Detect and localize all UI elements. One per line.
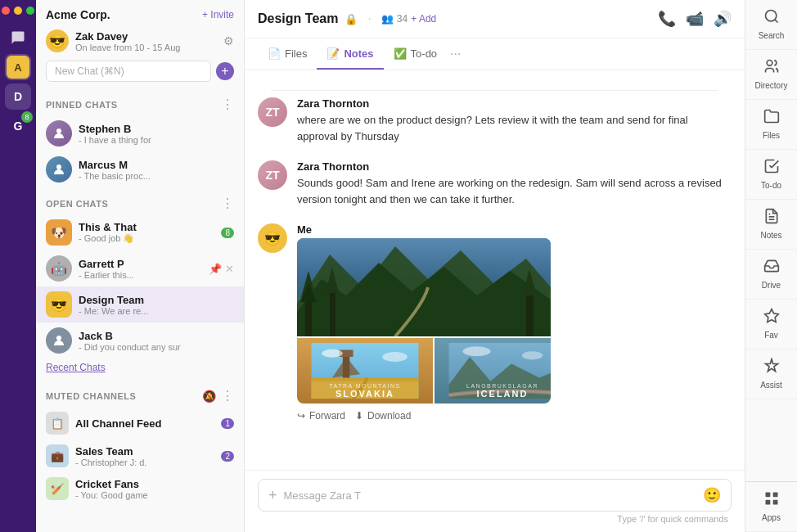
recent-chats-link[interactable]: Recent Chats — [36, 358, 244, 380]
close-icon[interactable]: ✕ — [225, 263, 234, 275]
message-input[interactable] — [284, 489, 696, 502]
stephen-name: Stephen B — [79, 123, 234, 135]
garrett-info: Garrett P - Earlier this... — [79, 258, 202, 280]
right-rail-search[interactable]: Search — [745, 0, 797, 50]
chat-tabs: 📄 Files 📝 Notes ✅ To-do ··· — [245, 38, 745, 70]
right-apps-label: Apps — [762, 513, 781, 523]
pinned-more-icon[interactable]: ⋮ — [221, 97, 234, 112]
svg-marker-30 — [764, 309, 778, 322]
settings-icon[interactable]: ⚙ — [223, 34, 234, 47]
tab-more-icon[interactable]: ··· — [447, 38, 464, 70]
download-button[interactable]: ⬇ Download — [355, 410, 411, 422]
right-rail-apps[interactable]: Apps — [745, 481, 797, 532]
member-count: 👥 34 + Add — [381, 13, 436, 25]
svg-point-24 — [522, 351, 543, 359]
forward-button[interactable]: ↪ Forward — [297, 410, 345, 422]
muted-cricket[interactable]: 🏏 Cricket Fans - You: Good game — [36, 472, 244, 505]
right-directory-icon — [763, 58, 780, 79]
open-more-icon[interactable]: ⋮ — [221, 196, 234, 211]
svg-rect-9 — [330, 291, 335, 336]
maximize-dot[interactable] — [26, 7, 34, 15]
message-divider — [271, 90, 718, 91]
design-team-preview: - Me: We are re... — [79, 306, 234, 316]
this-that-preview: - Good job 👋 — [79, 233, 214, 244]
right-rail-fav[interactable]: Fav — [745, 300, 797, 349]
files-label: Files — [285, 47, 307, 60]
right-rail-directory[interactable]: Directory — [745, 50, 797, 100]
notes-label: Notes — [344, 47, 373, 60]
rail-user-icon[interactable]: A — [5, 54, 31, 80]
msg-3-content: Me — [297, 223, 732, 422]
open-chat-garrett[interactable]: 🤖 Garrett P - Earlier this... 📌 ✕ — [36, 250, 244, 286]
muted-settings-icon[interactable]: 🔕 — [202, 390, 216, 403]
tab-notes[interactable]: 📝 Notes — [317, 39, 383, 70]
rail-g-icon[interactable]: G 8 — [5, 113, 31, 139]
volume-icon[interactable]: 🔊 — [714, 10, 732, 28]
chat-header: Design Team 🔒 · 👥 34 + Add 📞 📹 🔊 — [245, 0, 745, 38]
right-search-icon — [763, 8, 780, 29]
svg-rect-17 — [343, 354, 350, 378]
new-chat-button[interactable]: + — [216, 62, 234, 80]
this-that-name: This & That — [79, 221, 214, 233]
pinned-chat-marcus[interactable]: Marcus M - The basic proc... — [36, 151, 244, 187]
design-team-name: Design Team — [79, 294, 234, 306]
this-that-avatar: 🐶 — [46, 219, 72, 246]
right-assist-label: Assist — [760, 381, 782, 390]
pinned-chat-stephen[interactable]: Stephen B - I have a thing for — [36, 115, 244, 151]
slovakia-card: TATRA MOUNTAINS SLOVAKIA — [297, 338, 433, 404]
muted-sales-team[interactable]: 💼 Sales Team - Christopher J: d. 2 — [36, 440, 244, 472]
all-channel-badge: 1 — [221, 418, 234, 429]
tab-files[interactable]: 📄 Files — [258, 39, 317, 70]
all-channel-icon: 📋 — [46, 412, 69, 435]
open-chat-jack[interactable]: Jack B - Did you conduct any sur — [36, 322, 244, 358]
garrett-preview: - Earlier this... — [79, 270, 202, 280]
all-channel-name: All Channel Feed — [75, 417, 214, 430]
open-chat-design-team[interactable]: 😎 Design Team - Me: We are re... — [36, 286, 244, 322]
rail-d-icon[interactable]: D — [5, 83, 31, 110]
attach-icon[interactable]: + — [268, 487, 277, 504]
stephen-preview: - I have a thing for — [79, 135, 234, 145]
close-dot[interactable] — [2, 7, 10, 15]
pin-icon[interactable]: 📌 — [209, 263, 222, 275]
rail-chat-icon[interactable] — [5, 25, 31, 51]
sidebar-content: PINNED CHATS ⋮ Stephen B - I have a thin… — [36, 88, 244, 532]
right-todo-label: To-do — [761, 181, 781, 191]
garrett-actions: 📌 ✕ — [209, 263, 234, 275]
right-rail-todo[interactable]: To-do — [745, 150, 797, 200]
svg-point-1 — [56, 165, 61, 169]
app-title: Acme Corp. — [46, 8, 110, 21]
search-input[interactable] — [46, 61, 211, 82]
right-rail-files[interactable]: Files — [745, 100, 797, 150]
right-directory-label: Directory — [754, 81, 787, 91]
right-rail-notes[interactable]: Notes — [745, 200, 797, 250]
msg-3-sender: Me — [297, 223, 732, 236]
slovakia-country: TATRA MOUNTAINS — [297, 383, 433, 389]
phone-icon[interactable]: 📞 — [658, 10, 676, 28]
marcus-preview: - The basic proc... — [79, 171, 234, 181]
muted-all-channel[interactable]: 📋 All Channel Feed 1 — [36, 407, 244, 440]
right-drive-icon — [763, 258, 780, 278]
sales-icon: 💼 — [46, 444, 69, 467]
msg-2-sender: Zara Thornton — [297, 160, 732, 173]
right-rail-drive[interactable]: Drive — [745, 250, 797, 300]
video-icon[interactable]: 📹 — [686, 10, 704, 28]
right-rail-assist[interactable]: Assist — [745, 349, 797, 399]
svg-point-23 — [463, 346, 491, 356]
right-assist-icon — [763, 358, 780, 378]
right-drive-label: Drive — [762, 281, 781, 291]
invite-button[interactable]: + Invite — [202, 9, 234, 20]
svg-point-20 — [382, 352, 408, 362]
iceland-label: LANGBRUKSLAGAR ICELAND — [435, 383, 551, 399]
sales-badge: 2 — [221, 451, 234, 462]
quick-cmd-hint: Type '/' for quick commands — [258, 512, 732, 524]
sales-info: Sales Team - Christopher J: d. — [75, 445, 214, 467]
pinned-chats-header: PINNED CHATS ⋮ — [36, 88, 244, 115]
me-avatar: 😎 — [258, 223, 287, 253]
garrett-name: Garrett P — [79, 258, 202, 270]
add-label[interactable]: + Add — [411, 13, 436, 25]
open-chat-this-that[interactable]: 🐶 This & That - Good job 👋 8 — [36, 214, 244, 250]
muted-more-icon[interactable]: ⋮ — [221, 388, 234, 404]
emoji-icon[interactable]: 🙂 — [703, 486, 721, 504]
tab-todo[interactable]: ✅ To-do — [384, 39, 448, 70]
minimize-dot[interactable] — [14, 7, 22, 15]
